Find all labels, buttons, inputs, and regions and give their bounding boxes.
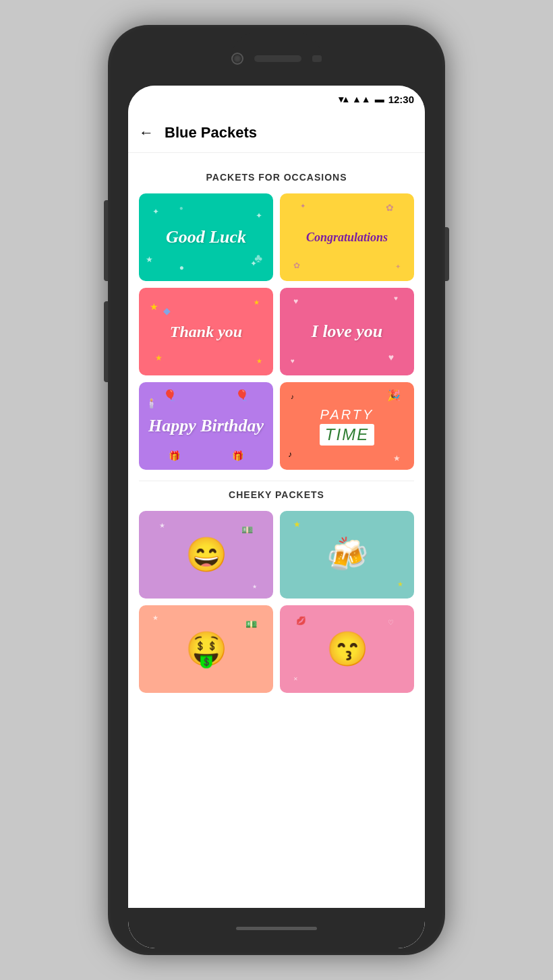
- camera-lens: [231, 53, 243, 65]
- card-party-time[interactable]: 🎉 ♪ ♪ ★ PARTY TIME: [280, 382, 414, 470]
- battery-icon: ▬: [375, 94, 384, 104]
- card-cheeky-1[interactable]: ★ ★ 💵 😄: [139, 511, 273, 599]
- thank-you-text: Thank you: [163, 316, 249, 348]
- status-icons: ▾▴ ▲▲ ▬ 12:30: [339, 94, 414, 105]
- cheeky-grid: ★ ★ 💵 😄 ★ ★ 🍻 💵: [139, 511, 414, 693]
- card-cheeky-4[interactable]: 💋 ♡ ✕ 😙: [280, 605, 414, 693]
- i-love-you-text: I love you: [305, 315, 389, 348]
- card-congratulations[interactable]: ✦ ✿ ✿ ✦ Congratulations: [280, 193, 414, 281]
- occasions-section-title: PACKETS FOR OCCASIONS: [139, 172, 414, 183]
- cheeky-3-emoji: 🤑: [185, 630, 227, 669]
- signal-icon: ▲▲: [352, 94, 371, 104]
- card-happy-birthday[interactable]: 🎈 🎈 🎁 🎁 🕯️ Happy Birthday: [139, 382, 273, 470]
- home-indicator: [236, 927, 317, 930]
- cheeky-section-title: CHEEKY PACKETS: [139, 489, 414, 500]
- app-header: ← Blue Packets: [128, 113, 425, 153]
- card-good-luck[interactable]: ✦ ★ ✦ ✦ ● ♣ ● Good Luck: [139, 193, 273, 281]
- congratulations-text: Congratulations: [299, 224, 395, 251]
- phone-bottom-bezel: [128, 908, 425, 948]
- cheeky-4-emoji: 😙: [326, 630, 368, 669]
- phone-shell: ▾▴ ▲▲ ▬ 12:30 ← Blue Packets PACKETS FOR…: [108, 25, 445, 955]
- cheeky-2-emoji: 🍻: [326, 535, 368, 574]
- happy-birthday-text: Happy Birthday: [142, 409, 270, 443]
- good-luck-text: Good Luck: [159, 220, 253, 254]
- card-thank-you[interactable]: ★ ★ ★ ★ ◆ Thank you: [139, 288, 273, 375]
- occasions-grid: ✦ ★ ✦ ✦ ● ♣ ● Good Luck ✦ ✿: [139, 193, 414, 470]
- speaker-grille: [254, 55, 301, 62]
- cheeky-1-emoji: 😄: [185, 535, 227, 574]
- app-content: PACKETS FOR OCCASIONS ✦ ★ ✦ ✦ ● ♣ ● Good…: [128, 153, 425, 908]
- status-bar: ▾▴ ▲▲ ▬ 12:30: [128, 86, 425, 113]
- back-button[interactable]: ←: [139, 124, 154, 142]
- sensor: [312, 55, 322, 62]
- section-divider: [139, 481, 414, 481]
- wifi-icon: ▾▴: [339, 94, 348, 104]
- phone-top-bezel: [231, 32, 322, 86]
- card-cheeky-3[interactable]: 💵 ★ 🤑: [139, 605, 273, 693]
- card-cheeky-2[interactable]: ★ ★ 🍻: [280, 511, 414, 599]
- card-i-love-you[interactable]: ♥ ♥ ♥ ♥ I love you: [280, 288, 414, 375]
- status-time: 12:30: [388, 94, 414, 105]
- phone-screen: ▾▴ ▲▲ ▬ 12:30 ← Blue Packets PACKETS FOR…: [128, 86, 425, 948]
- page-title: Blue Packets: [165, 124, 257, 142]
